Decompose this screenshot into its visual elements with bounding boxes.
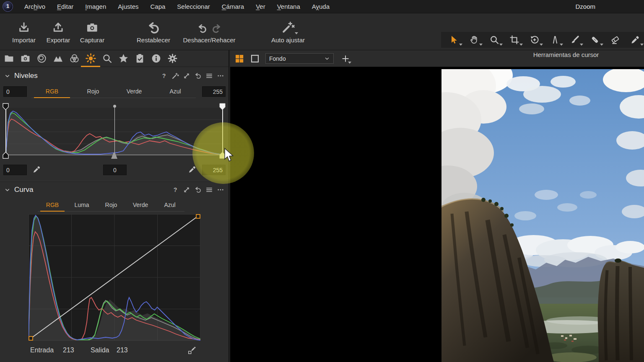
camera-tab[interactable]: [20, 50, 31, 67]
curve-graph[interactable]: [29, 214, 200, 341]
levels-tab-rgb[interactable]: RGB: [31, 85, 73, 98]
levels-tab-azul[interactable]: Azul: [155, 85, 196, 98]
collapse-chevron-icon[interactable]: [4, 73, 10, 79]
auto-adjust-button[interactable]: Auto ajustar: [271, 18, 305, 44]
background-select[interactable]: Fondo: [265, 53, 334, 64]
settings-gear-tab[interactable]: [167, 50, 178, 67]
exposure-sun-tab[interactable]: [85, 50, 96, 67]
levels-menu-button[interactable]: [205, 72, 213, 80]
menu-item-seleccionar[interactable]: Seleccionar: [171, 0, 216, 13]
curve-reset-button[interactable]: [194, 186, 202, 194]
shadow-slider-top-handle[interactable]: [3, 103, 9, 110]
curve-output-value[interactable]: 213: [117, 346, 128, 354]
highlight-slider-top-handle[interactable]: [219, 103, 226, 110]
menu-item-ver[interactable]: Ver: [250, 0, 271, 13]
menu-item-imagen[interactable]: Imagen: [79, 0, 112, 13]
color-wheel-tab[interactable]: [69, 50, 80, 67]
clipboard-tab[interactable]: [134, 50, 145, 67]
curve-point-picker-icon[interactable]: [187, 346, 197, 355]
photo[interactable]: [441, 69, 644, 362]
menu-item-ajustes[interactable]: Ajustes: [112, 0, 144, 13]
info-tab[interactable]: [151, 50, 161, 67]
curve-more-button[interactable]: [217, 186, 224, 194]
export-icon: [52, 18, 65, 34]
app-logo-icon[interactable]: 1: [3, 1, 13, 12]
levels-expand-button[interactable]: [183, 72, 190, 80]
levels-more-button[interactable]: [217, 72, 224, 80]
caret-down-icon: [640, 44, 644, 46]
svg-text:?: ?: [174, 186, 177, 193]
capture-button[interactable]: Capturar: [80, 18, 104, 44]
lens-tab[interactable]: [36, 50, 47, 67]
curve-expand-button[interactable]: [183, 186, 190, 194]
collapse-chevron-icon[interactable]: [4, 187, 10, 193]
curve-point-high[interactable]: [196, 215, 200, 218]
reset-button[interactable]: Restablecer: [137, 18, 170, 44]
curve-input-value[interactable]: 213: [63, 346, 74, 354]
histogram-tab[interactable]: [52, 50, 63, 67]
select-arrow-tool[interactable]: [445, 33, 463, 47]
zoom-loupe-icon: [489, 35, 499, 45]
curve-menu-button[interactable]: [205, 186, 213, 194]
curve-tab-azul[interactable]: Azul: [155, 199, 184, 211]
add-view-button[interactable]: [339, 52, 352, 65]
curve-tab-luma[interactable]: Luma: [67, 199, 96, 211]
crop-tool[interactable]: [506, 33, 523, 47]
brush-tool[interactable]: [566, 33, 584, 47]
histogram-icon: [53, 53, 63, 64]
menu-item-archivo[interactable]: Archivo: [18, 0, 51, 13]
eraser-tool[interactable]: [606, 33, 624, 47]
caret-down-icon: [499, 44, 503, 46]
heal-tool[interactable]: [586, 33, 604, 47]
shadow-picker-eyedropper-icon[interactable]: [32, 165, 41, 174]
shadow-slider-bottom-handle[interactable]: [3, 152, 9, 159]
pan-hand-tool[interactable]: [465, 33, 483, 47]
eyedropper-tool[interactable]: [626, 33, 644, 47]
menu-item-editar[interactable]: Editar: [51, 0, 79, 13]
midtone-level-input[interactable]: [103, 165, 127, 175]
levels-high-input[interactable]: [202, 86, 226, 97]
import-button[interactable]: Importar: [12, 18, 36, 44]
single-view-icon[interactable]: [250, 54, 260, 64]
midtone-slider-top-dot[interactable]: [113, 105, 116, 108]
curve-point-low[interactable]: [29, 336, 33, 340]
menu-item-ventana[interactable]: Ventana: [271, 0, 306, 13]
undo-redo-button[interactable]: Deshacer/Rehacer: [183, 18, 235, 44]
curve-help-button[interactable]: ?: [171, 186, 179, 194]
menu-item-camara[interactable]: Cámara: [216, 0, 250, 13]
straighten-tool[interactable]: [546, 33, 564, 47]
curve-tab-rgb[interactable]: RGB: [38, 199, 67, 211]
levels-reset-button[interactable]: [194, 72, 202, 80]
tools-panel: Niveles ? RGBRojoVerdeAzul: [0, 50, 229, 362]
curve-tab-rojo[interactable]: Rojo: [96, 199, 126, 211]
zoom-loupe-tool[interactable]: [486, 33, 503, 47]
auto-adjust-wand-icon: [281, 18, 295, 34]
levels-tab-rojo[interactable]: Rojo: [73, 85, 114, 98]
levels-tab-verde[interactable]: Verde: [114, 85, 155, 98]
folder-tab[interactable]: [3, 50, 14, 67]
levels-wand-button[interactable]: [171, 72, 179, 80]
export-button[interactable]: Exportar: [47, 18, 70, 44]
midtone-slider-line: [114, 107, 115, 156]
curve-panel-title: Curva: [14, 186, 33, 194]
highlight-slider-bottom-handle[interactable]: [219, 152, 226, 159]
chevron-down-icon: [324, 56, 330, 62]
camera-icon: [20, 53, 31, 64]
menu-item-ayuda[interactable]: Ayuda: [306, 0, 335, 13]
multi-view-grid-icon[interactable]: [234, 54, 244, 64]
redo-icon[interactable]: [211, 22, 222, 34]
shadow-level-input[interactable]: [3, 165, 27, 175]
star-tab[interactable]: [118, 50, 129, 67]
highlight-picker-eyedropper-icon[interactable]: [188, 165, 197, 174]
rotate-tool[interactable]: [526, 33, 543, 47]
highlight-level-input[interactable]: [202, 165, 226, 175]
levels-help-button[interactable]: ?: [160, 72, 168, 80]
levels-low-input[interactable]: [3, 86, 27, 97]
midtone-slider-handle[interactable]: [110, 151, 118, 159]
menu-item-capa[interactable]: Capa: [145, 0, 171, 13]
details-loupe-tab[interactable]: [101, 50, 112, 67]
undo-icon[interactable]: [197, 22, 208, 34]
panel-divider: [0, 181, 229, 182]
curve-tab-verde[interactable]: Verde: [126, 199, 155, 211]
caret-down-icon: [348, 62, 351, 64]
